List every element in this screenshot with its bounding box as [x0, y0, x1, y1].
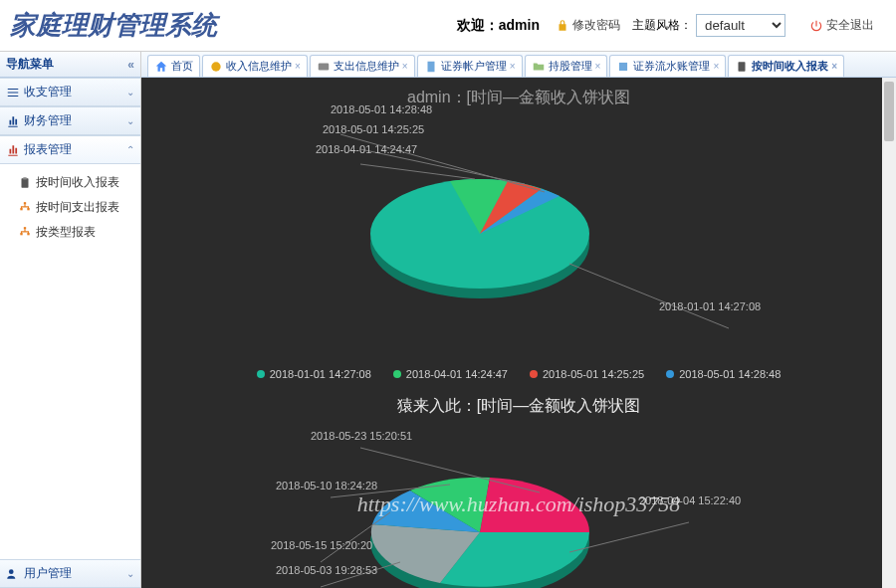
tab-label: 收入信息维护 [226, 59, 292, 74]
chevron-up-icon: ⌃ [126, 144, 134, 155]
svg-point-8 [9, 569, 14, 574]
slice-label: 2018-05-01 14:28:48 [331, 103, 432, 115]
close-icon[interactable]: × [402, 61, 408, 72]
slice-label: 2018-04-04 15:22:40 [639, 494, 741, 506]
report-item-by-type[interactable]: 按类型报表 [0, 220, 140, 245]
logout-label: 安全退出 [826, 17, 874, 34]
app-header: 家庭理财管理系统 欢迎：admin 修改密码 主题风格： default 安全退… [0, 0, 896, 52]
sidebar-item-label: 财务管理 [24, 112, 72, 129]
card-icon [317, 60, 331, 74]
tree-item-label: 按时间收入报表 [36, 174, 119, 191]
legend-item: 2018-04-01 14:24:47 [393, 368, 508, 380]
legend-item: 2018-05-01 14:25:25 [530, 368, 644, 380]
slice-label: 2018-05-01 14:25:25 [323, 123, 424, 135]
tab-home[interactable]: 首页 [147, 55, 200, 77]
tab-time-income-report[interactable]: 按时间收入报表 × [728, 55, 844, 77]
tab-expense-info[interactable]: 支出信息维护 × [310, 55, 415, 77]
tab-label: 证券流水账管理 [633, 59, 710, 74]
welcome-text: 欢迎：admin [457, 17, 540, 35]
scrollbar[interactable] [882, 78, 896, 588]
sidebar-item-label: 收支管理 [24, 84, 72, 100]
svg-line-18 [360, 164, 475, 179]
welcome-prefix: 欢迎： [457, 17, 499, 33]
chevron-down-icon: ⌄ [126, 115, 134, 126]
slice-label: 2018-05-15 15:20:20 [271, 539, 372, 551]
svg-line-19 [569, 264, 729, 328]
legend-item: 2018-01-01 14:27:08 [257, 368, 371, 380]
tab-sec-account[interactable]: 证券帐户管理 × [417, 55, 523, 77]
legend-dot [666, 370, 674, 378]
report-item-time-expense[interactable]: 按时间支出报表 [0, 195, 140, 220]
theme-label: 主题风格： [632, 17, 692, 34]
logout-link[interactable]: 安全退出 [809, 17, 874, 34]
nav-title-label: 导航菜单 [6, 56, 54, 73]
tab-sec-flow[interactable]: 证券流水账管理 × [609, 55, 726, 77]
collapse-icon[interactable]: « [127, 58, 134, 72]
main-layout: 导航菜单 « 收支管理 ⌄ 财务管理 ⌄ 报表管理 ⌃ 按时间收入报表 按时间 [0, 52, 896, 588]
theme-select[interactable]: default [696, 14, 785, 37]
chevron-down-icon: ⌄ [126, 568, 134, 579]
power-icon [809, 19, 823, 33]
tab-label: 按时间收入报表 [752, 59, 828, 74]
coin-icon [209, 60, 223, 74]
chart-title: 猿来入此：[时间—金额收入饼状图 [141, 390, 896, 423]
sidebar-item-label: 报表管理 [24, 141, 72, 158]
tab-label: 支出信息维护 [334, 59, 399, 74]
tree-item-label: 按类型报表 [36, 224, 96, 241]
pie-chart-svg [141, 114, 878, 333]
chart-icon [6, 114, 20, 128]
tab-income-info[interactable]: 收入信息维护 × [202, 55, 308, 77]
legend-dot [393, 370, 401, 378]
close-icon[interactable]: × [295, 61, 301, 72]
tab-label: 持股管理 [549, 59, 592, 74]
chart-title: admin：[时间—金额收入饼状图 [141, 82, 896, 114]
tab-label: 证券帐户管理 [441, 59, 507, 74]
svg-rect-2 [24, 202, 26, 204]
sidebar-item-user[interactable]: 用户管理 ⌄ [0, 559, 140, 588]
svg-rect-0 [22, 178, 29, 187]
close-icon[interactable]: × [595, 61, 601, 72]
chevron-down-icon: ⌄ [126, 87, 134, 98]
pie-chart-2: 猿来入此：[时间—金额收入饼状图 [141, 390, 896, 588]
svg-rect-6 [20, 233, 22, 235]
flow-icon [616, 60, 630, 74]
slice-label: 2018-05-23 15:20:51 [311, 430, 412, 442]
slice-label: 2018-05-10 18:24:28 [276, 480, 377, 491]
scroll-thumb[interactable] [884, 82, 894, 141]
home-icon [154, 60, 168, 74]
doc-icon [424, 60, 438, 74]
close-icon[interactable]: × [510, 61, 516, 72]
legend-label: 2018-04-01 14:24:47 [406, 368, 508, 380]
svg-rect-7 [27, 233, 29, 235]
sidebar-item-report[interactable]: 报表管理 ⌃ [0, 135, 140, 164]
list-icon [6, 86, 20, 99]
sidebar-item-finance[interactable]: 财务管理 ⌄ [0, 106, 140, 135]
content-pane: 首页 收入信息维护 × 支出信息维护 × 证券帐户管理 × 持股管理 × [141, 52, 896, 588]
lock-icon [556, 19, 569, 33]
report-item-time-income[interactable]: 按时间收入报表 [0, 170, 140, 195]
legend-label: 2018-05-01 14:25:25 [543, 368, 644, 380]
org-icon [18, 201, 32, 215]
sidebar-item-label: 用户管理 [24, 565, 72, 582]
change-password-link[interactable]: 修改密码 [556, 17, 620, 34]
sidebar-item-income-expense[interactable]: 收支管理 ⌄ [0, 78, 140, 106]
legend-item: 2018-05-01 14:28:48 [666, 368, 781, 380]
legend-label: 2018-01-01 14:27:08 [270, 368, 371, 380]
pie-chart-svg [141, 423, 878, 588]
svg-rect-4 [27, 208, 29, 210]
svg-rect-13 [739, 62, 746, 71]
svg-rect-10 [319, 63, 330, 70]
org-icon [18, 226, 32, 240]
svg-rect-1 [23, 177, 27, 179]
legend-dot [530, 370, 538, 378]
tab-label: 首页 [171, 59, 193, 74]
change-password-label: 修改密码 [572, 17, 620, 34]
pie-chart-1: admin：[时间—金额收入饼状图 2018-05-01 14:28: [141, 82, 896, 380]
tab-stock[interactable]: 持股管理 × [525, 55, 608, 77]
close-icon[interactable]: × [713, 61, 719, 72]
report-submenu: 按时间收入报表 按时间支出报表 按类型报表 [0, 164, 140, 251]
sidebar: 导航菜单 « 收支管理 ⌄ 财务管理 ⌄ 报表管理 ⌃ 按时间收入报表 按时间 [0, 52, 141, 588]
close-icon[interactable]: × [831, 61, 837, 72]
svg-rect-12 [619, 62, 627, 70]
chart-viewport[interactable]: admin：[时间—金额收入饼状图 2018-05-01 14:28: [141, 78, 896, 588]
